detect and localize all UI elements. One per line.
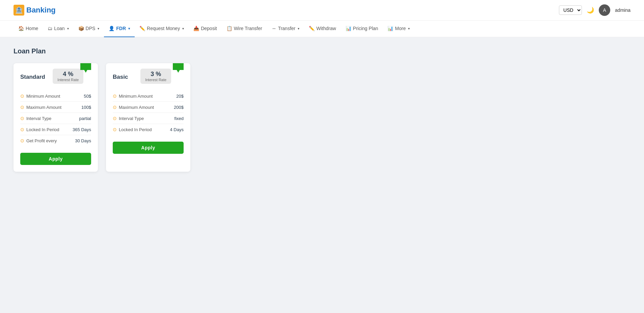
- plan-name-standard: Standard: [20, 74, 45, 80]
- nav-label-loan: Loan: [54, 26, 64, 31]
- check-icon: ⊙: [113, 93, 117, 99]
- wire-transfer-icon: 📋: [226, 26, 232, 31]
- check-icon: ⊙: [20, 93, 24, 99]
- detail-value: 4 Days: [170, 127, 184, 132]
- detail-label: ⊙ Maximum Amount: [20, 104, 61, 110]
- request-money-icon: ✏️: [139, 26, 145, 31]
- rate-badge-standard: 4 % Interest Rate: [53, 69, 83, 84]
- detail-label-text: Locked In Period: [119, 127, 152, 132]
- nav-label-more: More: [395, 26, 406, 31]
- details-list-basic: ⊙ Minimum Amount 20$ ⊙ Maximum Amount 20…: [113, 91, 184, 135]
- detail-label: ⊙ Minimum Amount: [20, 93, 60, 99]
- avatar: A: [599, 4, 610, 16]
- apply-button-basic[interactable]: Apply: [113, 142, 184, 154]
- nav-item-pricing-plan[interactable]: 📊 Pricing Plan: [341, 20, 383, 37]
- detail-item: ⊙ Locked In Period 4 Days: [113, 124, 184, 135]
- nav-item-withdraw[interactable]: ✏️ Withdraw: [304, 20, 341, 37]
- nav-item-loan[interactable]: 🗂 Loan ▾: [43, 20, 73, 37]
- withdraw-icon: ✏️: [309, 26, 315, 31]
- logo-icon: 🏦: [14, 5, 24, 16]
- check-icon: ⊙: [20, 116, 24, 121]
- currency-selector[interactable]: USD EUR GBP: [559, 5, 582, 15]
- nav-label-transfer: Transfer: [278, 26, 296, 31]
- nav-item-request-money[interactable]: ✏️ Request Money ▾: [135, 20, 189, 37]
- detail-item: ⊙ Get Profit every 30 Days: [20, 135, 91, 146]
- nav-item-deposit[interactable]: 📥 Deposit: [189, 20, 221, 37]
- pricing-plan-icon: 📊: [346, 26, 351, 31]
- nav-item-fdr[interactable]: 👤 FDR ▾: [104, 20, 135, 37]
- nav-item-dps[interactable]: 📦 DPS ▾: [74, 20, 104, 37]
- detail-item: ⊙ Minimum Amount 20$: [113, 91, 184, 102]
- rate-label-standard: Interest Rate: [57, 78, 79, 82]
- nav-label-deposit: Deposit: [201, 26, 217, 31]
- detail-label-text: Locked In Period: [26, 127, 59, 132]
- plan-card-standard: Standard 4 % Interest Rate ⊙ Minimum Amo…: [14, 63, 98, 172]
- detail-item: ⊙ Interval Type partial: [20, 113, 91, 124]
- rate-percent-basic: 3 %: [145, 71, 166, 78]
- more-icon: 📊: [387, 26, 393, 31]
- cards-container: Standard 4 % Interest Rate ⊙ Minimum Amo…: [14, 63, 392, 172]
- detail-item: ⊙ Locked In Period 365 Days: [20, 124, 91, 135]
- detail-item: ⊙ Maximum Amount 200$: [113, 102, 184, 113]
- detail-value: 30 Days: [75, 138, 91, 143]
- nav-item-transfer[interactable]: ↔️ Transfer ▾: [267, 20, 304, 37]
- nav-label-pricing-plan: Pricing Plan: [353, 26, 378, 31]
- detail-value: partial: [79, 116, 91, 121]
- check-icon: ⊙: [20, 104, 24, 110]
- detail-label: ⊙ Interval Type: [113, 116, 144, 121]
- ribbon-basic: [173, 63, 184, 73]
- nav-item-wire-transfer[interactable]: 📋 Wire Transfer: [222, 20, 267, 37]
- detail-value: 50$: [84, 94, 91, 99]
- detail-item: ⊙ Maximum Amount 100$: [20, 102, 91, 113]
- detail-value: 20$: [176, 94, 184, 99]
- check-icon: ⊙: [113, 127, 117, 132]
- chevron-down-icon: ▾: [298, 27, 299, 30]
- detail-label: ⊙ Get Profit every: [20, 138, 57, 143]
- nav-label-home: Home: [26, 26, 38, 31]
- detail-label-text: Maximum Amount: [26, 105, 61, 110]
- header: 🏦 Banking USD EUR GBP 🌙 A admina: [0, 0, 644, 20]
- navbar: 🏠 Home 🗂 Loan ▾ 📦 DPS ▾ 👤 FDR ▾ ✏️ Reque…: [0, 20, 644, 37]
- check-icon: ⊙: [113, 116, 117, 121]
- fdr-icon: 👤: [109, 26, 114, 31]
- rate-label-basic: Interest Rate: [145, 78, 166, 82]
- chevron-down-icon: ▾: [128, 27, 130, 30]
- main-content: Loan Plan Standard 4 % Interest Rate ⊙ M…: [0, 37, 405, 182]
- detail-label-text: Interval Type: [119, 116, 144, 121]
- nav-label-request-money: Request Money: [147, 26, 180, 31]
- logo[interactable]: 🏦 Banking: [14, 5, 56, 16]
- plan-card-basic: Basic 3 % Interest Rate ⊙ Minimum Amount…: [106, 63, 190, 172]
- deposit-icon: 📥: [193, 26, 199, 31]
- nav-item-more[interactable]: 📊 More ▾: [383, 20, 414, 37]
- home-icon: 🏠: [18, 26, 24, 31]
- chevron-down-icon: ▾: [182, 27, 184, 30]
- detail-label-text: Interval Type: [26, 116, 51, 121]
- plan-name-basic: Basic: [113, 74, 128, 80]
- detail-label-text: Get Profit every: [26, 138, 57, 143]
- detail-item: ⊙ Minimum Amount 50$: [20, 91, 91, 102]
- detail-label-text: Minimum Amount: [26, 94, 60, 99]
- detail-item: ⊙ Interval Type fixed: [113, 113, 184, 124]
- dark-mode-button[interactable]: 🌙: [587, 6, 594, 14]
- chevron-down-icon: ▾: [408, 27, 410, 30]
- transfer-icon: ↔️: [272, 26, 276, 31]
- nav-item-home[interactable]: 🏠 Home: [14, 20, 43, 37]
- page-title: Loan Plan: [14, 47, 392, 55]
- detail-value: 365 Days: [73, 127, 91, 132]
- detail-label: ⊙ Maximum Amount: [113, 104, 154, 110]
- loan-icon: 🗂: [48, 26, 52, 31]
- details-list-standard: ⊙ Minimum Amount 50$ ⊙ Maximum Amount 10…: [20, 91, 91, 146]
- dps-icon: 📦: [78, 26, 84, 31]
- detail-label-text: Maximum Amount: [119, 105, 154, 110]
- check-icon: ⊙: [113, 104, 117, 110]
- detail-label: ⊙ Locked In Period: [20, 127, 59, 132]
- ribbon-standard: [80, 63, 91, 73]
- nav-label-fdr: FDR: [116, 26, 126, 31]
- rate-percent-standard: 4 %: [57, 71, 79, 78]
- apply-button-standard[interactable]: Apply: [20, 153, 91, 165]
- rate-badge-basic: 3 % Interest Rate: [140, 69, 171, 84]
- nav-label-dps: DPS: [86, 26, 96, 31]
- check-icon: ⊙: [20, 138, 24, 143]
- chevron-down-icon: ▾: [98, 27, 99, 30]
- check-icon: ⊙: [20, 127, 24, 132]
